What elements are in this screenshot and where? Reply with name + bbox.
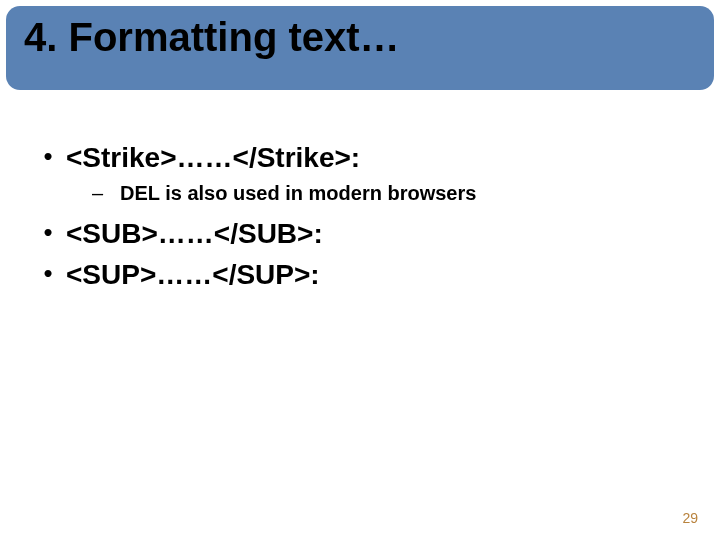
sub-bullet-marker: – — [92, 180, 120, 206]
bullet-text: <SUB>……</SUB>: — [66, 216, 323, 252]
bullet-marker: • — [30, 140, 66, 174]
bullet-item: • <Strike>……</Strike>: — [30, 140, 690, 176]
title-bar: 4. Formatting text… — [6, 6, 714, 90]
slide-title: 4. Formatting text… — [24, 16, 400, 58]
slide-content: • <Strike>……</Strike>: – DEL is also use… — [0, 90, 720, 293]
bullet-item: • <SUB>……</SUB>: — [30, 216, 690, 252]
sub-bullet-item: – DEL is also used in modern browsers — [92, 180, 690, 206]
bullet-marker: • — [30, 216, 66, 250]
bullet-item: • <SUP>……</SUP>: — [30, 257, 690, 293]
sub-bullet-text: DEL is also used in modern browsers — [120, 180, 476, 206]
bullet-marker: • — [30, 257, 66, 291]
page-number: 29 — [682, 510, 698, 526]
bullet-text: <SUP>……</SUP>: — [66, 257, 320, 293]
bullet-text: <Strike>……</Strike>: — [66, 140, 360, 176]
